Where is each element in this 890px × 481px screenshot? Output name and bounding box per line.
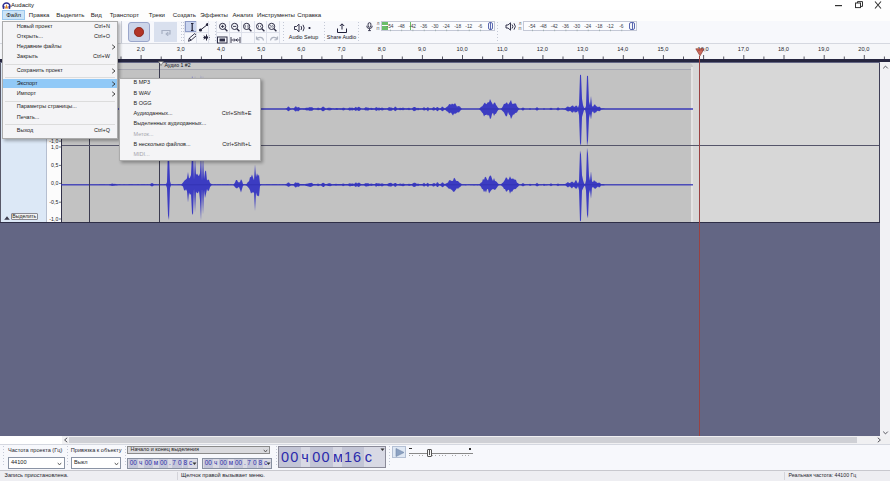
svg-text:-30: -30 [432,24,439,29]
svg-text:-54: -54 [528,24,535,29]
svg-text:-36: -36 [420,24,427,29]
svg-text:-42: -42 [409,24,416,29]
svg-text:П: П [518,26,521,31]
svg-text:-42: -42 [550,24,557,29]
svg-text:-12: -12 [606,24,613,29]
svg-text:-24: -24 [443,24,450,29]
svg-text:-12: -12 [465,24,472,29]
svg-text:-1,0: -1,0 [49,215,58,221]
svg-text:-48: -48 [539,24,546,29]
svg-text:-54: -54 [387,24,394,29]
svg-text:-6: -6 [619,24,624,29]
svg-text:-36: -36 [562,24,569,29]
svg-text:-18: -18 [454,24,461,29]
svg-text:-0,5: -0,5 [49,199,58,205]
svg-text:-18: -18 [595,24,602,29]
svg-text:-48: -48 [398,24,405,29]
svg-text:П: П [377,26,380,31]
svg-text:0,0: 0,0 [51,180,58,186]
svg-text:-24: -24 [584,24,591,29]
svg-text:-6: -6 [478,24,483,29]
svg-text:1,0: 1,0 [51,143,58,149]
svg-text:-30: -30 [573,24,580,29]
svg-text:0,5: 0,5 [51,162,58,168]
